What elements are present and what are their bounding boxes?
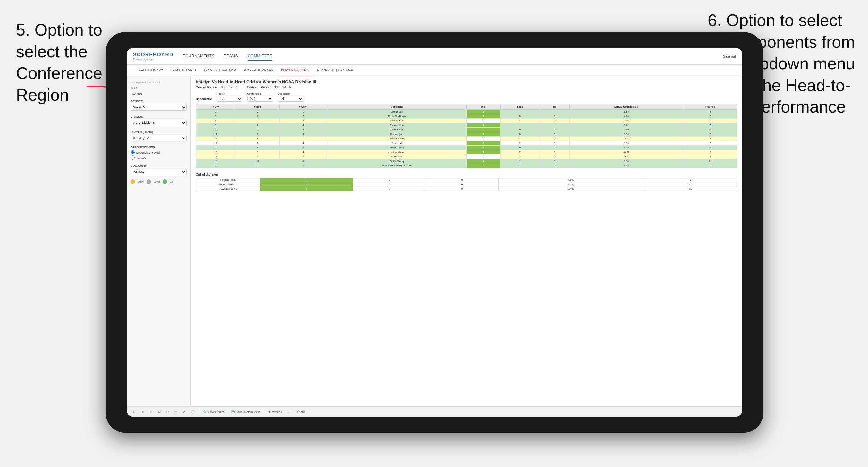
top-navigation: SCOREBOARD Powered by clippd TOURNAMENTS… <box>127 48 742 65</box>
td-reg: 2 <box>236 114 279 119</box>
td-diff: 0.30 <box>569 159 683 163</box>
sub-nav-player-h2h-grid[interactable]: PLAYER H2H GRID <box>277 65 313 76</box>
nav-committee[interactable]: COMMITTEE <box>248 52 272 61</box>
sidebar: Last Updated: 27/03/2024 08:34 Player Ge… <box>127 76 191 406</box>
radio-opponents-played-input[interactable] <box>130 150 135 155</box>
opponent-view-radio-group: Opponents Played Top 100 <box>130 150 187 160</box>
conference-filter: Conference (All) <box>247 92 273 102</box>
sidebar-division-section: Division NCAA Division III <box>130 115 187 126</box>
td-div: 13 <box>196 136 236 141</box>
td-div: 19 <box>196 159 236 163</box>
toolbar-share[interactable]: Share <box>295 410 306 414</box>
toolbar-view-original[interactable]: 🔍 View: Original <box>202 410 227 414</box>
td-diff: 3.33 <box>569 132 683 136</box>
td-reg: 3 <box>236 150 279 155</box>
toolbar-sep1 <box>199 409 199 415</box>
last-updated-time: 08:34 <box>130 87 187 89</box>
region-filter-label: Region <box>217 92 242 95</box>
td-ood-win: 5 <box>260 187 353 191</box>
sub-nav-team-h2h-grid[interactable]: TEAM H2H GRID <box>167 65 200 76</box>
td-div: 3 <box>196 110 236 114</box>
sub-nav-team-h2h-heatmap[interactable]: TEAM H2H HEATMAP <box>200 65 240 76</box>
sub-nav-player-h2h-heatmap[interactable]: PLAYER H2H HEATMAP <box>314 65 357 76</box>
td-loss: 2 <box>500 141 540 146</box>
td-win: 2 <box>466 141 500 146</box>
td-ood-tie: 0 <box>426 178 498 182</box>
sidebar-division-label: Division <box>130 115 187 118</box>
td-rounds: 7 <box>683 150 737 155</box>
td-win: 2 <box>466 163 500 168</box>
toolbar-copy[interactable]: ◻ <box>173 410 179 414</box>
td-div: 20 <box>196 163 236 168</box>
conference-select[interactable]: (All) <box>247 96 273 102</box>
toolbar-settings[interactable]: ⚙ <box>156 410 162 414</box>
td-conf: 5 <box>279 132 327 136</box>
sub-nav-player-summary[interactable]: PLAYER SUMMARY <box>240 65 277 76</box>
toolbar-refresh[interactable]: ⟳ <box>181 410 187 414</box>
toolbar-time[interactable]: 🕒 <box>189 410 196 414</box>
td-conf: 1 <box>279 110 327 114</box>
division-record-label: Division Record: <box>247 86 273 89</box>
td-opponent: Heejo Hyun <box>327 132 466 136</box>
sidebar-player-rank-section: Player (Rank) 8. Katelyn Vo <box>130 130 187 142</box>
td-ood-opponent: Foreign Team <box>196 178 260 182</box>
sign-out-link[interactable]: Sign out <box>723 55 736 58</box>
toolbar-watch[interactable]: 👁 Watch ▾ <box>267 410 284 414</box>
content-title: Katelyn Vo Head-to-Head Grid for Women's… <box>195 80 738 84</box>
td-tie: 0 <box>540 136 569 141</box>
nav-teams[interactable]: TEAMS <box>224 52 238 61</box>
td-diff: 3.67 <box>569 123 683 128</box>
td-rounds: 3 <box>683 132 737 136</box>
sidebar-player-rank-label: Player (Rank) <box>130 130 187 134</box>
opponent-select[interactable]: (All) <box>278 96 303 102</box>
td-loss: 2 <box>500 150 540 155</box>
out-of-division-title: Out of division <box>195 173 738 176</box>
sidebar-gender-section: Gender Women's <box>130 100 187 111</box>
division-select[interactable]: NCAA Division III <box>130 120 187 126</box>
td-win: 2 <box>466 128 500 132</box>
td-div: 18 <box>196 155 236 159</box>
gender-select[interactable]: Women's <box>130 104 187 111</box>
tablet-device: SCOREBOARD Powered by clippd TOURNAMENTS… <box>106 32 763 433</box>
tablet-screen: SCOREBOARD Powered by clippd TOURNAMENTS… <box>127 48 742 417</box>
td-opponent: Federica Domecq Lacroze <box>327 163 466 168</box>
player-rank-select[interactable]: 8. Katelyn Vo <box>130 135 187 142</box>
td-div: 6 <box>196 119 236 123</box>
th-reg: # Reg <box>236 104 279 110</box>
radio-top100[interactable]: Top 100 <box>130 155 187 160</box>
region-filter: Region (All) <box>217 92 242 102</box>
colour-select[interactable]: Win/loss <box>130 168 187 175</box>
td-reg: 6 <box>236 128 279 132</box>
nav-tournaments[interactable]: TOURNAMENTS <box>183 52 215 61</box>
sidebar-opponent-view-section: Opponent view Opponents Played Top 100 <box>130 146 187 160</box>
th-loss: Loss <box>500 104 540 110</box>
sub-nav-team-summary[interactable]: TEAM SUMMARY <box>133 65 167 76</box>
toolbar-save-custom[interactable]: 💾 Save Custom View <box>229 410 261 414</box>
td-diff: 1.50 <box>569 110 683 114</box>
td-tie: 0 <box>540 132 569 136</box>
region-select[interactable]: (All) <box>217 96 242 102</box>
toolbar-redo[interactable]: ↻ <box>140 410 146 414</box>
dot-down <box>130 180 135 184</box>
toolbar-cut[interactable]: ✂ <box>165 410 170 414</box>
td-div: 15 <box>196 146 236 150</box>
overall-record: Overall Record: 353 - 34 - 6 <box>195 86 238 89</box>
td-opponent: Sharon Mun <box>327 123 466 128</box>
td-win: 1 <box>466 123 500 128</box>
radio-top100-input[interactable] <box>130 155 135 160</box>
td-div: 10 <box>196 128 236 132</box>
td-reg: 8 <box>236 146 279 150</box>
sidebar-gender-label: Gender <box>130 100 187 103</box>
td-ood-rounds: 10 <box>644 187 737 191</box>
td-tie: 0 <box>540 146 569 150</box>
radio-opponents-played[interactable]: Opponents Played <box>130 150 187 155</box>
td-div: 11 <box>196 132 236 136</box>
toolbar-grid[interactable]: ⬚ <box>287 410 293 414</box>
td-opponent: Sydney Kuo <box>327 119 466 123</box>
td-tie: 0 <box>540 159 569 163</box>
toolbar-back[interactable]: ↩ <box>148 410 154 414</box>
td-loss <box>500 123 540 128</box>
td-reg: 2 <box>236 132 279 136</box>
toolbar-undo[interactable]: ↩ <box>131 410 137 414</box>
td-ood-tie: 0 <box>426 182 498 187</box>
